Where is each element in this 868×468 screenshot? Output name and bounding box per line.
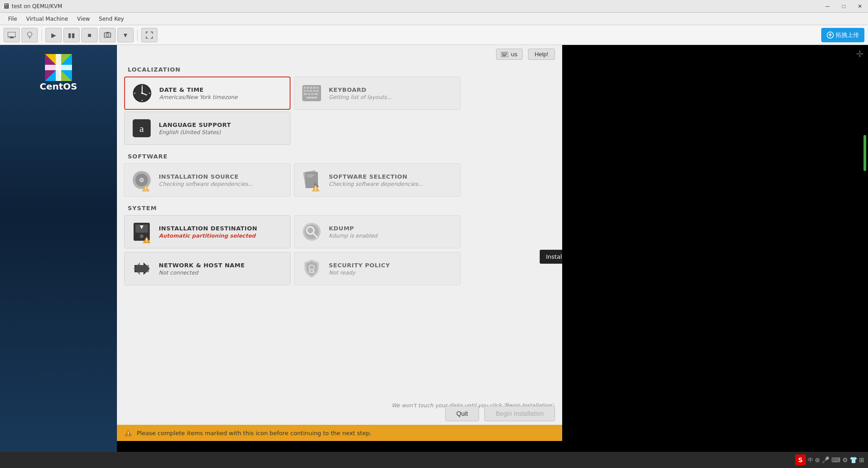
move-icon: ✛ xyxy=(856,49,864,59)
svg-rect-20 xyxy=(502,53,503,54)
system-section-title: SYSTEM xyxy=(117,198,562,215)
upload-label: 拓挑上传 xyxy=(836,31,859,39)
centos-logo-text: CentOS xyxy=(40,81,77,92)
toolbar: ▶ ▮▮ ■ ▼ 拓挑上传 xyxy=(0,25,868,45)
svg-text:!: ! xyxy=(315,186,317,191)
installation-source-tile[interactable]: ! INSTALLATION SOURCE Checking software … xyxy=(124,163,291,197)
kdump-subtitle: Kdump is enabled xyxy=(329,233,377,239)
display-button[interactable] xyxy=(4,28,20,42)
date-time-text: DATE & TIME Americas/New York timezone xyxy=(159,86,237,100)
svg-rect-0 xyxy=(8,32,16,37)
svg-rect-48 xyxy=(316,90,318,92)
svg-rect-53 xyxy=(306,97,317,99)
svg-rect-5 xyxy=(29,38,30,39)
upload-button[interactable]: 拓挑上传 xyxy=(821,28,864,42)
minimize-button[interactable]: ─ xyxy=(819,0,836,13)
security-text: SECURITY POLICY Not ready xyxy=(329,262,390,276)
scrollbar-indicator xyxy=(864,135,866,171)
snapshot-button[interactable] xyxy=(99,28,116,42)
software-selection-tile[interactable]: ! SOFTWARE SELECTION Checking software d… xyxy=(294,163,461,197)
svg-rect-41 xyxy=(310,87,312,89)
software-section-title: SOFTWARE xyxy=(117,147,562,163)
menu-file[interactable]: File xyxy=(4,14,22,24)
installation-destination-icon: ! xyxy=(131,221,152,243)
security-title: SECURITY POLICY xyxy=(329,262,390,269)
network-text: NETWORK & HOST NAME Not connected xyxy=(159,262,245,276)
keyboard-tile[interactable]: KEYBOARD Getting list of layouts... xyxy=(294,76,461,110)
svg-rect-26 xyxy=(505,54,506,55)
mic-icon: 🎤 xyxy=(822,456,829,464)
network-subtitle: Not connected xyxy=(159,270,245,276)
menu-view[interactable]: View xyxy=(72,14,94,24)
network-tile[interactable]: NETWORK & HOST NAME Not connected xyxy=(124,252,291,285)
main-content: us Help! LOCALIZATION xyxy=(117,45,562,441)
quit-button[interactable]: Quit xyxy=(445,406,479,421)
svg-point-3 xyxy=(27,32,32,36)
svg-rect-49 xyxy=(304,93,307,95)
keyboard-icon xyxy=(501,52,508,57)
installation-source-icon: ! xyxy=(131,169,152,191)
dropdown-button[interactable]: ▼ xyxy=(117,28,134,42)
svg-rect-27 xyxy=(506,54,507,55)
svg-rect-8 xyxy=(106,32,109,33)
svg-point-33 xyxy=(141,92,143,94)
kdump-tile[interactable]: KDUMP Kdump is enabled xyxy=(294,215,461,248)
svg-rect-21 xyxy=(503,53,504,54)
language-tiles: a LANGUAGE SUPPORT English (United State… xyxy=(117,112,562,145)
svg-point-59 xyxy=(141,179,143,181)
svg-rect-22 xyxy=(505,53,506,54)
help-button[interactable]: Help! xyxy=(528,49,555,60)
svg-rect-40 xyxy=(307,87,309,89)
restore-button[interactable]: □ xyxy=(836,0,852,13)
kdump-icon xyxy=(301,221,322,243)
security-tile[interactable]: SECURITY POLICY Not ready xyxy=(294,252,461,285)
sidebar: CentOS xyxy=(0,45,117,468)
svg-rect-65 xyxy=(307,176,313,177)
close-button[interactable]: ✕ xyxy=(852,0,868,13)
system-tiles-row1: ! INSTALLATION DESTINATION Automatic par… xyxy=(117,215,562,248)
software-selection-text: SOFTWARE SELECTION Checking software dep… xyxy=(329,173,423,187)
menu-send-key[interactable]: Send Key xyxy=(94,14,129,24)
installation-destination-tile[interactable]: ! INSTALLATION DESTINATION Automatic par… xyxy=(124,215,291,248)
stop-button[interactable]: ■ xyxy=(81,28,98,42)
kdump-text: KDUMP Kdump is enabled xyxy=(329,225,377,239)
svg-rect-51 xyxy=(311,93,313,95)
titlebar-title: test on QEMU/KVM xyxy=(12,3,62,9)
security-subtitle: Not ready xyxy=(329,270,390,276)
software-selection-title: SOFTWARE SELECTION xyxy=(329,173,423,180)
bottom-area: Quit Begin Installation xyxy=(445,406,555,421)
svg-rect-44 xyxy=(304,90,306,92)
system-tiles-row2: NETWORK & HOST NAME Not connected SECURI… xyxy=(117,252,562,285)
keyboard-text: KEYBOARD Getting list of layouts... xyxy=(329,86,392,100)
date-time-tile[interactable]: DATE & TIME Americas/New York timezone xyxy=(124,76,291,110)
sw-sel-warning-icon: ! xyxy=(312,184,320,192)
software-selection-subtitle: Checking software dependencies... xyxy=(329,181,423,187)
svg-rect-42 xyxy=(313,87,315,89)
keyboard-title: KEYBOARD xyxy=(329,86,392,93)
network-icon xyxy=(131,258,152,279)
language-tile[interactable]: a LANGUAGE SUPPORT English (United State… xyxy=(124,112,291,145)
svg-rect-45 xyxy=(307,90,309,92)
date-time-title: DATE & TIME xyxy=(159,86,237,93)
language-text: LANGUAGE SUPPORT English (United States) xyxy=(159,122,231,135)
language-icon: a xyxy=(131,117,152,139)
bulb-button[interactable] xyxy=(22,28,38,42)
menu-virtual-machine[interactable]: Virtual Machine xyxy=(22,14,72,24)
svg-rect-2 xyxy=(9,38,14,38)
svg-text:!: ! xyxy=(146,238,148,243)
kdump-title: KDUMP xyxy=(329,225,377,232)
software-selection-icon: ! xyxy=(301,169,322,191)
begin-installation-button[interactable]: Begin Installation xyxy=(484,406,555,421)
play-button[interactable]: ▶ xyxy=(45,28,62,42)
installation-source-subtitle: Checking software dependencies... xyxy=(159,181,253,187)
fullscreen-button[interactable] xyxy=(141,28,157,42)
language-subtitle: English (United States) xyxy=(159,129,231,135)
localization-section-title: LOCALIZATION xyxy=(117,60,562,76)
svg-rect-47 xyxy=(313,90,315,92)
pause-button[interactable]: ▮▮ xyxy=(63,28,80,42)
toolbar-separator xyxy=(41,30,42,40)
svg-rect-28 xyxy=(502,55,506,56)
installation-destination-subtitle: Automatic partitioning selected xyxy=(159,233,257,239)
svg-point-7 xyxy=(106,34,109,36)
installation-destination-text: INSTALLATION DESTINATION Automatic parti… xyxy=(159,225,257,239)
